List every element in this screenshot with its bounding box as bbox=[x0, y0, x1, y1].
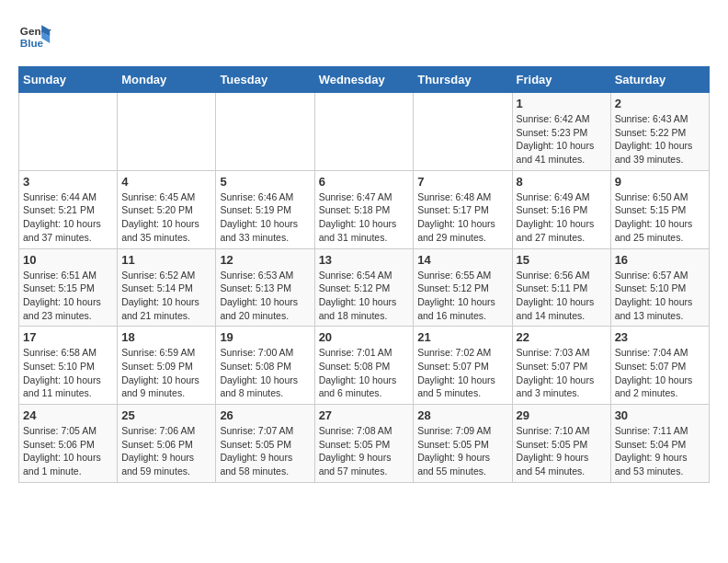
day-number: 23 bbox=[615, 330, 705, 344]
day-number: 27 bbox=[319, 408, 410, 422]
calendar-cell: 9Sunrise: 6:50 AM Sunset: 5:15 PM Daylig… bbox=[610, 170, 709, 248]
day-number: 28 bbox=[417, 408, 507, 422]
calendar-cell bbox=[19, 93, 118, 171]
calendar-cell: 27Sunrise: 7:08 AM Sunset: 5:05 PM Dayli… bbox=[314, 405, 414, 483]
day-number: 10 bbox=[23, 253, 113, 267]
calendar-cell: 5Sunrise: 6:46 AM Sunset: 5:19 PM Daylig… bbox=[216, 170, 314, 248]
day-info: Sunrise: 6:58 AM Sunset: 5:10 PM Dayligh… bbox=[23, 346, 113, 400]
day-number: 9 bbox=[615, 175, 705, 189]
day-number: 30 bbox=[615, 408, 705, 422]
day-header-monday: Monday bbox=[118, 67, 216, 93]
day-number: 21 bbox=[417, 330, 507, 344]
day-info: Sunrise: 6:51 AM Sunset: 5:15 PM Dayligh… bbox=[23, 269, 113, 323]
day-number: 24 bbox=[23, 408, 113, 422]
day-number: 6 bbox=[319, 175, 410, 189]
day-number: 16 bbox=[615, 253, 705, 267]
calendar-cell bbox=[216, 93, 314, 171]
calendar-cell bbox=[118, 93, 216, 171]
calendar-cell: 6Sunrise: 6:47 AM Sunset: 5:18 PM Daylig… bbox=[314, 170, 414, 248]
calendar-cell bbox=[414, 93, 512, 171]
calendar-cell: 8Sunrise: 6:49 AM Sunset: 5:16 PM Daylig… bbox=[512, 170, 610, 248]
calendar-cell: 14Sunrise: 6:55 AM Sunset: 5:12 PM Dayli… bbox=[414, 248, 512, 327]
day-number: 12 bbox=[220, 253, 310, 267]
day-info: Sunrise: 7:05 AM Sunset: 5:06 PM Dayligh… bbox=[23, 424, 113, 478]
day-number: 8 bbox=[517, 175, 607, 189]
calendar-cell: 2Sunrise: 6:43 AM Sunset: 5:22 PM Daylig… bbox=[610, 93, 709, 171]
day-info: Sunrise: 6:56 AM Sunset: 5:11 PM Dayligh… bbox=[517, 269, 607, 323]
day-header-sunday: Sunday bbox=[19, 67, 118, 93]
calendar-cell: 23Sunrise: 7:04 AM Sunset: 5:07 PM Dayli… bbox=[610, 327, 709, 405]
day-info: Sunrise: 7:01 AM Sunset: 5:08 PM Dayligh… bbox=[319, 346, 410, 400]
day-info: Sunrise: 6:44 AM Sunset: 5:21 PM Dayligh… bbox=[23, 190, 113, 245]
calendar-cell: 19Sunrise: 7:00 AM Sunset: 5:08 PM Dayli… bbox=[216, 327, 314, 405]
day-info: Sunrise: 7:04 AM Sunset: 5:07 PM Dayligh… bbox=[615, 346, 705, 400]
day-number: 20 bbox=[319, 330, 410, 344]
day-number: 22 bbox=[517, 330, 607, 344]
calendar-cell: 21Sunrise: 7:02 AM Sunset: 5:07 PM Dayli… bbox=[414, 327, 512, 405]
calendar-cell: 29Sunrise: 7:10 AM Sunset: 5:05 PM Dayli… bbox=[512, 405, 610, 483]
calendar-cell: 1Sunrise: 6:42 AM Sunset: 5:23 PM Daylig… bbox=[512, 93, 610, 171]
day-info: Sunrise: 6:59 AM Sunset: 5:09 PM Dayligh… bbox=[121, 346, 211, 400]
day-number: 18 bbox=[121, 330, 211, 344]
calendar-cell: 15Sunrise: 6:56 AM Sunset: 5:11 PM Dayli… bbox=[512, 248, 610, 327]
calendar-week-row: 3Sunrise: 6:44 AM Sunset: 5:21 PM Daylig… bbox=[19, 170, 710, 248]
day-number: 14 bbox=[417, 253, 507, 267]
day-info: Sunrise: 6:49 AM Sunset: 5:16 PM Dayligh… bbox=[517, 190, 607, 245]
calendar-cell: 4Sunrise: 6:45 AM Sunset: 5:20 PM Daylig… bbox=[118, 170, 216, 248]
day-header-thursday: Thursday bbox=[414, 67, 512, 93]
day-info: Sunrise: 7:09 AM Sunset: 5:05 PM Dayligh… bbox=[417, 424, 507, 478]
day-number: 3 bbox=[23, 175, 113, 189]
header: General Blue bbox=[18, 18, 710, 52]
calendar-cell: 10Sunrise: 6:51 AM Sunset: 5:15 PM Dayli… bbox=[19, 248, 118, 327]
day-number: 29 bbox=[517, 408, 607, 422]
day-number: 11 bbox=[121, 253, 211, 267]
day-header-tuesday: Tuesday bbox=[216, 67, 314, 93]
day-info: Sunrise: 7:02 AM Sunset: 5:07 PM Dayligh… bbox=[417, 346, 507, 400]
day-header-wednesday: Wednesday bbox=[314, 67, 414, 93]
calendar-cell: 30Sunrise: 7:11 AM Sunset: 5:04 PM Dayli… bbox=[610, 405, 709, 483]
calendar-cell: 25Sunrise: 7:06 AM Sunset: 5:06 PM Dayli… bbox=[118, 405, 216, 483]
calendar-week-row: 24Sunrise: 7:05 AM Sunset: 5:06 PM Dayli… bbox=[19, 405, 710, 483]
day-number: 26 bbox=[220, 408, 310, 422]
logo-icon: General Blue bbox=[18, 18, 51, 52]
day-info: Sunrise: 7:06 AM Sunset: 5:06 PM Dayligh… bbox=[121, 424, 211, 478]
calendar-week-row: 17Sunrise: 6:58 AM Sunset: 5:10 PM Dayli… bbox=[19, 327, 710, 405]
day-info: Sunrise: 6:46 AM Sunset: 5:19 PM Dayligh… bbox=[220, 190, 310, 245]
day-number: 2 bbox=[615, 97, 705, 110]
day-info: Sunrise: 6:43 AM Sunset: 5:22 PM Dayligh… bbox=[615, 112, 705, 167]
day-info: Sunrise: 7:00 AM Sunset: 5:08 PM Dayligh… bbox=[220, 346, 310, 400]
day-number: 4 bbox=[121, 175, 211, 189]
calendar-cell: 13Sunrise: 6:54 AM Sunset: 5:12 PM Dayli… bbox=[314, 248, 414, 327]
day-number: 19 bbox=[220, 330, 310, 344]
day-info: Sunrise: 6:45 AM Sunset: 5:20 PM Dayligh… bbox=[121, 190, 211, 245]
day-header-saturday: Saturday bbox=[610, 67, 709, 93]
day-info: Sunrise: 6:52 AM Sunset: 5:14 PM Dayligh… bbox=[121, 269, 211, 323]
calendar-cell: 24Sunrise: 7:05 AM Sunset: 5:06 PM Dayli… bbox=[19, 405, 118, 483]
day-info: Sunrise: 6:54 AM Sunset: 5:12 PM Dayligh… bbox=[319, 269, 410, 323]
calendar-cell: 12Sunrise: 6:53 AM Sunset: 5:13 PM Dayli… bbox=[216, 248, 314, 327]
day-info: Sunrise: 6:48 AM Sunset: 5:17 PM Dayligh… bbox=[417, 190, 507, 245]
calendar-cell: 11Sunrise: 6:52 AM Sunset: 5:14 PM Dayli… bbox=[118, 248, 216, 327]
day-info: Sunrise: 7:08 AM Sunset: 5:05 PM Dayligh… bbox=[319, 424, 410, 478]
day-number: 7 bbox=[417, 175, 507, 189]
day-number: 13 bbox=[319, 253, 410, 267]
calendar-cell: 3Sunrise: 6:44 AM Sunset: 5:21 PM Daylig… bbox=[19, 170, 118, 248]
day-info: Sunrise: 7:11 AM Sunset: 5:04 PM Dayligh… bbox=[615, 424, 705, 478]
day-number: 17 bbox=[23, 330, 113, 344]
calendar-cell: 26Sunrise: 7:07 AM Sunset: 5:05 PM Dayli… bbox=[216, 405, 314, 483]
day-header-friday: Friday bbox=[512, 67, 610, 93]
calendar-cell: 18Sunrise: 6:59 AM Sunset: 5:09 PM Dayli… bbox=[118, 327, 216, 405]
calendar-week-row: 10Sunrise: 6:51 AM Sunset: 5:15 PM Dayli… bbox=[19, 248, 710, 327]
calendar-cell: 7Sunrise: 6:48 AM Sunset: 5:17 PM Daylig… bbox=[414, 170, 512, 248]
calendar-table: SundayMondayTuesdayWednesdayThursdayFrid… bbox=[18, 66, 710, 483]
calendar-header-row: SundayMondayTuesdayWednesdayThursdayFrid… bbox=[19, 67, 710, 93]
day-info: Sunrise: 6:42 AM Sunset: 5:23 PM Dayligh… bbox=[517, 112, 607, 167]
logo: General Blue bbox=[18, 18, 51, 52]
calendar-cell: 22Sunrise: 7:03 AM Sunset: 5:07 PM Dayli… bbox=[512, 327, 610, 405]
day-info: Sunrise: 6:53 AM Sunset: 5:13 PM Dayligh… bbox=[220, 269, 310, 323]
day-number: 15 bbox=[517, 253, 607, 267]
calendar-week-row: 1Sunrise: 6:42 AM Sunset: 5:23 PM Daylig… bbox=[19, 93, 710, 171]
calendar-cell: 16Sunrise: 6:57 AM Sunset: 5:10 PM Dayli… bbox=[610, 248, 709, 327]
day-info: Sunrise: 6:57 AM Sunset: 5:10 PM Dayligh… bbox=[615, 269, 705, 323]
day-info: Sunrise: 6:55 AM Sunset: 5:12 PM Dayligh… bbox=[417, 269, 507, 323]
